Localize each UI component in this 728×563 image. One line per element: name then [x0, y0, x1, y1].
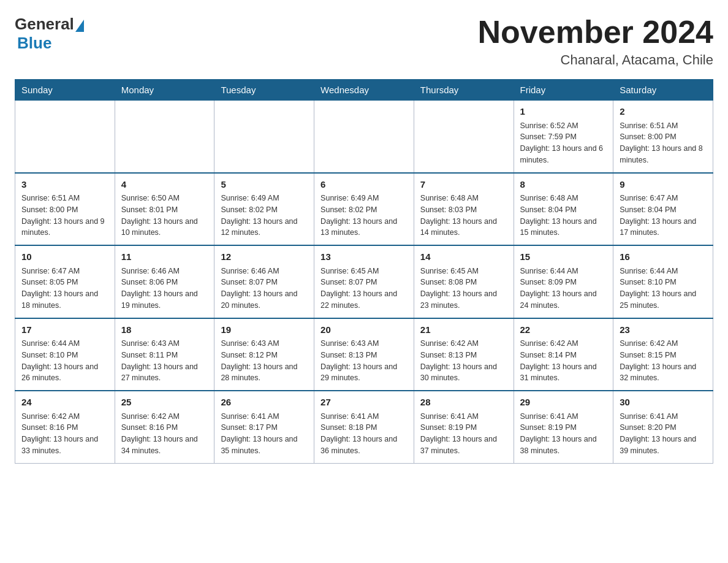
sunset-text: Sunset: 8:03 PM — [420, 205, 477, 214]
sunset-text: Sunset: 8:09 PM — [520, 278, 577, 286]
day-number: 11 — [121, 250, 208, 264]
daylight-text: Daylight: 13 hours and 20 minutes. — [221, 289, 297, 310]
logo-blue-text: Blue — [17, 34, 51, 52]
sunrise-text: Sunrise: 6:42 AM — [21, 412, 80, 421]
sunrise-text: Sunrise: 6:41 AM — [520, 412, 578, 421]
daylight-text: Daylight: 13 hours and 25 minutes. — [620, 289, 696, 310]
sunset-text: Sunset: 8:13 PM — [320, 351, 377, 359]
sunrise-text: Sunrise: 6:45 AM — [320, 267, 379, 275]
col-monday: Monday — [115, 80, 214, 101]
sunrise-text: Sunrise: 6:41 AM — [620, 412, 678, 421]
sunrise-text: Sunrise: 6:42 AM — [121, 412, 180, 421]
day-number: 17 — [21, 323, 108, 337]
sunrise-text: Sunrise: 6:45 AM — [420, 267, 479, 275]
day-number: 22 — [520, 323, 607, 337]
calendar-cell-w1-d4 — [314, 101, 414, 173]
daylight-text: Daylight: 13 hours and 37 minutes. — [420, 435, 497, 455]
day-number: 8 — [520, 178, 607, 192]
col-saturday: Saturday — [613, 80, 713, 101]
calendar-cell-w4-d1: 17 Sunrise: 6:44 AM Sunset: 8:10 PM Dayl… — [15, 318, 115, 391]
title-block: November 2024 Chanaral, Atacama, Chile — [478, 15, 713, 68]
sunset-text: Sunset: 8:08 PM — [420, 278, 477, 286]
calendar-subtitle: Chanaral, Atacama, Chile — [478, 52, 713, 68]
calendar-header-row: Sunday Monday Tuesday Wednesday Thursday… — [15, 80, 713, 101]
daylight-text: Daylight: 13 hours and 18 minutes. — [21, 289, 98, 310]
col-sunday: Sunday — [15, 80, 115, 101]
day-number: 13 — [320, 250, 408, 264]
daylight-text: Daylight: 13 hours and 15 minutes. — [520, 217, 597, 237]
daylight-text: Daylight: 13 hours and 23 minutes. — [420, 289, 497, 310]
daylight-text: Daylight: 13 hours and 28 minutes. — [221, 362, 297, 383]
calendar-week-5: 24 Sunrise: 6:42 AM Sunset: 8:16 PM Dayl… — [15, 391, 713, 463]
calendar-title: November 2024 — [478, 15, 713, 50]
sunset-text: Sunset: 8:00 PM — [620, 132, 676, 141]
sunset-text: Sunset: 8:10 PM — [21, 351, 78, 359]
day-number: 16 — [620, 250, 707, 264]
sunset-text: Sunset: 8:11 PM — [121, 351, 178, 359]
col-thursday: Thursday — [414, 80, 514, 101]
daylight-text: Daylight: 13 hours and 31 minutes. — [520, 362, 597, 383]
calendar-cell-w2-d7: 9 Sunrise: 6:47 AM Sunset: 8:04 PM Dayli… — [613, 173, 713, 246]
calendar-table: Sunday Monday Tuesday Wednesday Thursday… — [15, 79, 713, 464]
sunrise-text: Sunrise: 6:50 AM — [121, 194, 180, 202]
logo: General Blue — [15, 15, 85, 53]
daylight-text: Daylight: 13 hours and 14 minutes. — [420, 217, 497, 237]
calendar-cell-w5-d1: 24 Sunrise: 6:42 AM Sunset: 8:16 PM Dayl… — [15, 391, 115, 463]
sunrise-text: Sunrise: 6:49 AM — [320, 194, 379, 202]
daylight-text: Daylight: 13 hours and 12 minutes. — [221, 217, 297, 237]
sunrise-text: Sunrise: 6:51 AM — [620, 121, 678, 130]
day-number: 27 — [320, 396, 408, 410]
logo-general-text: General — [15, 15, 74, 34]
col-wednesday: Wednesday — [314, 80, 414, 101]
day-number: 6 — [320, 178, 408, 192]
logo-triangle-icon — [75, 20, 84, 32]
calendar-cell-w5-d4: 27 Sunrise: 6:41 AM Sunset: 8:18 PM Dayl… — [314, 391, 414, 463]
calendar-cell-w4-d3: 19 Sunrise: 6:43 AM Sunset: 8:12 PM Dayl… — [214, 318, 314, 391]
day-number: 26 — [221, 396, 308, 410]
calendar-cell-w3-d7: 16 Sunrise: 6:44 AM Sunset: 8:10 PM Dayl… — [613, 245, 713, 318]
sunset-text: Sunset: 8:15 PM — [620, 351, 676, 359]
calendar-week-3: 10 Sunrise: 6:47 AM Sunset: 8:05 PM Dayl… — [15, 245, 713, 318]
daylight-text: Daylight: 13 hours and 8 minutes. — [620, 144, 703, 164]
sunrise-text: Sunrise: 6:41 AM — [221, 412, 279, 421]
sunset-text: Sunset: 8:19 PM — [420, 423, 477, 432]
day-number: 3 — [21, 178, 108, 192]
sunrise-text: Sunrise: 6:41 AM — [320, 412, 379, 421]
daylight-text: Daylight: 13 hours and 38 minutes. — [520, 435, 597, 455]
sunrise-text: Sunrise: 6:52 AM — [520, 121, 578, 130]
sunrise-text: Sunrise: 6:47 AM — [21, 267, 80, 275]
calendar-week-4: 17 Sunrise: 6:44 AM Sunset: 8:10 PM Dayl… — [15, 318, 713, 391]
calendar-cell-w3-d5: 14 Sunrise: 6:45 AM Sunset: 8:08 PM Dayl… — [414, 245, 514, 318]
sunset-text: Sunset: 8:07 PM — [320, 278, 377, 286]
calendar-cell-w2-d2: 4 Sunrise: 6:50 AM Sunset: 8:01 PM Dayli… — [115, 173, 214, 246]
calendar-cell-w5-d7: 30 Sunrise: 6:41 AM Sunset: 8:20 PM Dayl… — [613, 391, 713, 463]
day-number: 1 — [520, 105, 607, 119]
calendar-cell-w4-d6: 22 Sunrise: 6:42 AM Sunset: 8:14 PM Dayl… — [514, 318, 613, 391]
page-header: General Blue November 2024 Chanaral, Ata… — [15, 15, 713, 68]
daylight-text: Daylight: 13 hours and 32 minutes. — [620, 362, 696, 383]
sunset-text: Sunset: 8:00 PM — [21, 205, 78, 214]
sunset-text: Sunset: 8:10 PM — [620, 278, 676, 286]
sunset-text: Sunset: 8:02 PM — [221, 205, 277, 214]
day-number: 21 — [420, 323, 507, 337]
daylight-text: Daylight: 13 hours and 27 minutes. — [121, 362, 198, 383]
sunset-text: Sunset: 8:13 PM — [420, 351, 477, 359]
day-number: 24 — [21, 396, 108, 410]
sunset-text: Sunset: 8:04 PM — [520, 205, 577, 214]
day-number: 2 — [620, 105, 707, 119]
day-number: 14 — [420, 250, 507, 264]
day-number: 5 — [221, 178, 308, 192]
sunset-text: Sunset: 8:18 PM — [320, 423, 377, 432]
day-number: 29 — [520, 396, 607, 410]
sunset-text: Sunset: 8:12 PM — [221, 351, 277, 359]
sunrise-text: Sunrise: 6:44 AM — [21, 339, 80, 348]
calendar-week-1: 1 Sunrise: 6:52 AM Sunset: 7:59 PM Dayli… — [15, 101, 713, 173]
calendar-cell-w3-d3: 12 Sunrise: 6:46 AM Sunset: 8:07 PM Dayl… — [214, 245, 314, 318]
daylight-text: Daylight: 13 hours and 13 minutes. — [320, 217, 397, 237]
daylight-text: Daylight: 13 hours and 33 minutes. — [21, 435, 98, 455]
sunrise-text: Sunrise: 6:46 AM — [221, 267, 279, 275]
calendar-cell-w1-d3 — [214, 101, 314, 173]
sunset-text: Sunset: 8:06 PM — [121, 278, 178, 286]
daylight-text: Daylight: 13 hours and 26 minutes. — [21, 362, 98, 383]
day-number: 23 — [620, 323, 707, 337]
